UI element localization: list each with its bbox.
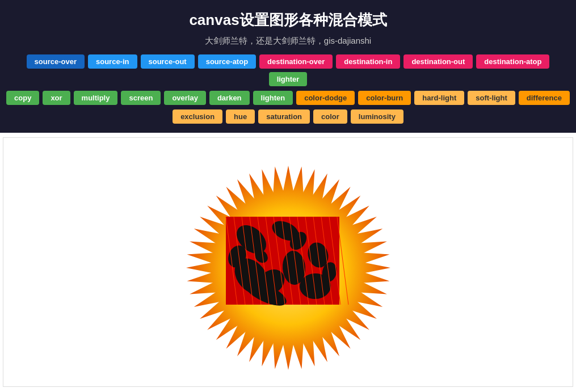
blend-mode-btn-destination-in[interactable]: destination-in xyxy=(336,54,400,69)
page-title: canvas设置图形各种混合模式 xyxy=(6,10,570,30)
blend-mode-btn-hard-light[interactable]: hard-light xyxy=(414,91,464,105)
blend-mode-btn-luminosity[interactable]: luminosity xyxy=(351,109,403,124)
blend-mode-btn-saturation[interactable]: saturation xyxy=(258,109,310,124)
subtitle: 大剑师兰特，还是大剑师兰特，gis-dajianshi xyxy=(6,36,570,47)
button-rows: source-oversource-insource-outsource-ato… xyxy=(6,54,570,124)
blend-mode-btn-copy[interactable]: copy xyxy=(6,91,39,105)
blend-canvas xyxy=(90,143,487,381)
button-row-3: exclusionhuesaturationcolorluminosity xyxy=(173,109,403,124)
blend-mode-btn-color-burn[interactable]: color-burn xyxy=(358,91,411,105)
blend-mode-btn-soft-light[interactable]: soft-light xyxy=(468,91,515,105)
blend-mode-btn-source-atop[interactable]: source-atop xyxy=(198,54,256,69)
canvas-area xyxy=(3,137,573,387)
blend-mode-btn-screen[interactable]: screen xyxy=(121,91,161,105)
blend-mode-btn-hue[interactable]: hue xyxy=(226,109,255,124)
blend-mode-btn-xor[interactable]: xor xyxy=(43,91,70,105)
blend-mode-btn-destination-out[interactable]: destination-out xyxy=(403,54,473,69)
blend-mode-btn-source-in[interactable]: source-in xyxy=(88,54,137,69)
blend-mode-btn-source-out[interactable]: source-out xyxy=(141,54,195,69)
blend-mode-btn-difference[interactable]: difference xyxy=(519,91,570,105)
blend-mode-btn-color[interactable]: color xyxy=(313,109,347,124)
blend-mode-btn-overlay[interactable]: overlay xyxy=(164,91,206,105)
blend-mode-btn-source-over[interactable]: source-over xyxy=(27,54,85,69)
blend-mode-btn-lighter[interactable]: lighter xyxy=(269,72,308,86)
blend-mode-btn-color-dodge[interactable]: color-dodge xyxy=(296,91,355,105)
button-row-1: source-oversource-insource-outsource-ato… xyxy=(6,54,570,86)
blend-mode-btn-destination-over[interactable]: destination-over xyxy=(259,54,333,69)
button-row-2: copyxormultiplyscreenoverlaydarkenlighte… xyxy=(6,91,570,105)
blend-mode-btn-darken[interactable]: darken xyxy=(209,91,250,105)
blend-mode-btn-destination-atop[interactable]: destination-atop xyxy=(476,54,549,69)
header: canvas设置图形各种混合模式 大剑师兰特，还是大剑师兰特，gis-dajia… xyxy=(0,0,576,133)
blend-mode-btn-multiply[interactable]: multiply xyxy=(74,91,118,105)
blend-mode-btn-lighten[interactable]: lighten xyxy=(253,91,293,105)
blend-mode-btn-exclusion[interactable]: exclusion xyxy=(173,109,222,124)
